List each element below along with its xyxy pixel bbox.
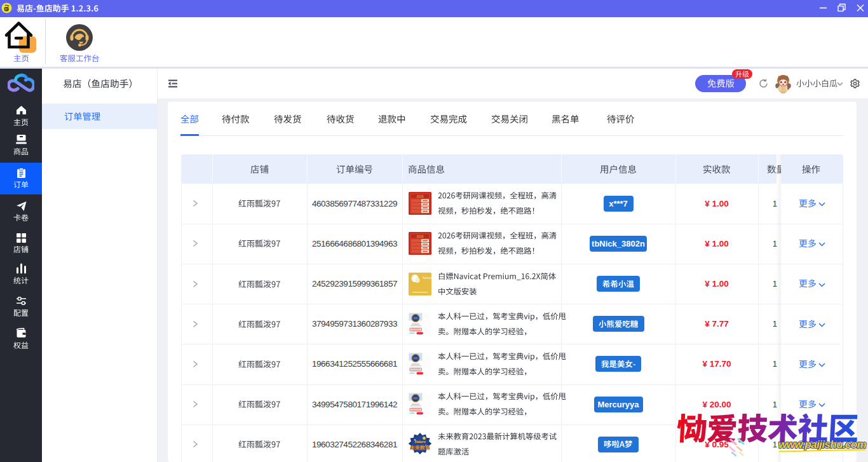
svg-text:Navicat: Navicat bbox=[423, 276, 431, 280]
svg-text:2026: 2026 bbox=[416, 194, 423, 198]
svg-text:2026: 2026 bbox=[416, 234, 423, 238]
svg-text:Yuture: Yuture bbox=[414, 439, 426, 444]
